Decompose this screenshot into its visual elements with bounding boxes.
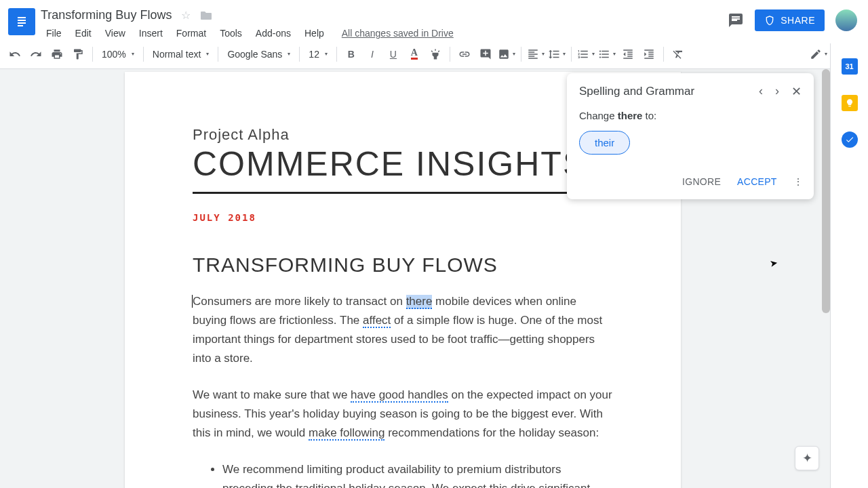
menu-file[interactable]: File [41, 25, 67, 41]
italic-icon[interactable]: I [363, 45, 382, 63]
insert-link-icon[interactable] [455, 45, 474, 63]
insert-image-icon[interactable] [497, 45, 516, 63]
svg-rect-3 [18, 22, 26, 24]
underline-icon[interactable]: U [384, 45, 403, 63]
grammar-error[interactable]: make following [309, 426, 384, 441]
ignore-button[interactable]: IGNORE [682, 176, 721, 187]
menu-addons[interactable]: Add-ons [250, 25, 296, 41]
menu-insert[interactable]: Insert [134, 25, 168, 41]
paint-format-icon[interactable] [68, 45, 87, 63]
suggestion-chip[interactable]: their [579, 131, 630, 155]
more-options-icon[interactable]: ⋮ [793, 176, 803, 187]
side-panel: 31 [830, 43, 868, 488]
menu-view[interactable]: View [100, 25, 131, 41]
print-icon[interactable] [47, 45, 66, 63]
add-comment-icon[interactable] [476, 45, 495, 63]
folder-icon[interactable] [200, 11, 212, 20]
account-avatar[interactable] [835, 9, 857, 31]
svg-rect-1 [18, 17, 26, 18]
bold-icon[interactable]: B [342, 45, 361, 63]
star-icon[interactable]: ☆ [181, 9, 191, 22]
numbered-list-icon[interactable] [576, 45, 595, 63]
zoom-select[interactable]: 100% [98, 45, 138, 63]
grammar-error[interactable]: have good handles [351, 388, 448, 403]
doc-date: JULY 2018 [193, 213, 613, 222]
decrease-indent-icon[interactable] [618, 45, 637, 63]
doc-heading: COMMERCE INSIGHTS [193, 146, 613, 182]
menu-tools[interactable]: Tools [214, 25, 248, 41]
font-select[interactable]: Google Sans [223, 45, 294, 63]
spelling-grammar-panel: Spelling and Grammar ‹ › ✕ Change there … [567, 73, 814, 199]
paragraph-style-select[interactable]: Normal text [149, 45, 214, 63]
menu-help[interactable]: Help [299, 25, 330, 41]
keep-addon-icon[interactable] [842, 95, 858, 111]
highlight-icon[interactable] [426, 45, 445, 63]
prev-suggestion-icon[interactable]: ‹ [759, 84, 763, 99]
doc-title[interactable]: Transforming Buy Flows [41, 8, 172, 22]
grammar-error[interactable]: affect [363, 314, 391, 328]
bulleted-list-icon[interactable] [597, 45, 616, 63]
line-spacing-icon[interactable] [547, 45, 566, 63]
align-icon[interactable] [526, 45, 545, 63]
redo-icon[interactable] [26, 45, 45, 63]
doc-subheading: TRANSFORMING BUY FLOWS [193, 253, 613, 276]
tasks-addon-icon[interactable] [842, 131, 858, 148]
font-size-select[interactable]: 12 [304, 45, 332, 63]
explore-button[interactable]: ✦ [795, 446, 819, 470]
menubar: File Edit View Insert Format Tools Add-o… [41, 25, 728, 41]
docs-app-icon[interactable] [8, 8, 35, 35]
doc-body[interactable]: Consumers are more likely to transact on… [193, 292, 613, 488]
svg-rect-0 [15, 13, 28, 30]
mouse-cursor-icon: ➤ [769, 257, 779, 269]
doc-kicker: Project Alpha [193, 126, 613, 144]
divider [193, 192, 613, 194]
share-label: SHARE [781, 15, 815, 26]
panel-title: Spelling and Grammar [579, 85, 694, 98]
clear-formatting-icon[interactable] [669, 45, 688, 63]
increase-indent-icon[interactable] [639, 45, 658, 63]
grammar-error[interactable]: there [406, 295, 433, 309]
close-panel-icon[interactable]: ✕ [791, 84, 802, 99]
undo-icon[interactable] [5, 45, 24, 63]
next-suggestion-icon[interactable]: › [775, 84, 779, 99]
open-comments-icon[interactable] [728, 12, 744, 28]
editing-mode-icon[interactable] [809, 45, 828, 63]
menu-edit[interactable]: Edit [70, 25, 97, 41]
svg-rect-2 [18, 20, 26, 21]
accept-button[interactable]: ACCEPT [737, 176, 777, 187]
share-button[interactable]: SHARE [755, 9, 825, 31]
grammar-error[interactable]: this drive [490, 482, 536, 488]
toolbar: 100% Normal text Google Sans 12 B I U A [0, 39, 868, 69]
text-color-icon[interactable]: A [405, 45, 424, 63]
menu-format[interactable]: Format [171, 25, 212, 41]
calendar-addon-icon[interactable]: 31 [842, 58, 858, 75]
svg-rect-4 [18, 25, 23, 26]
save-status[interactable]: All changes saved in Drive [336, 25, 459, 41]
